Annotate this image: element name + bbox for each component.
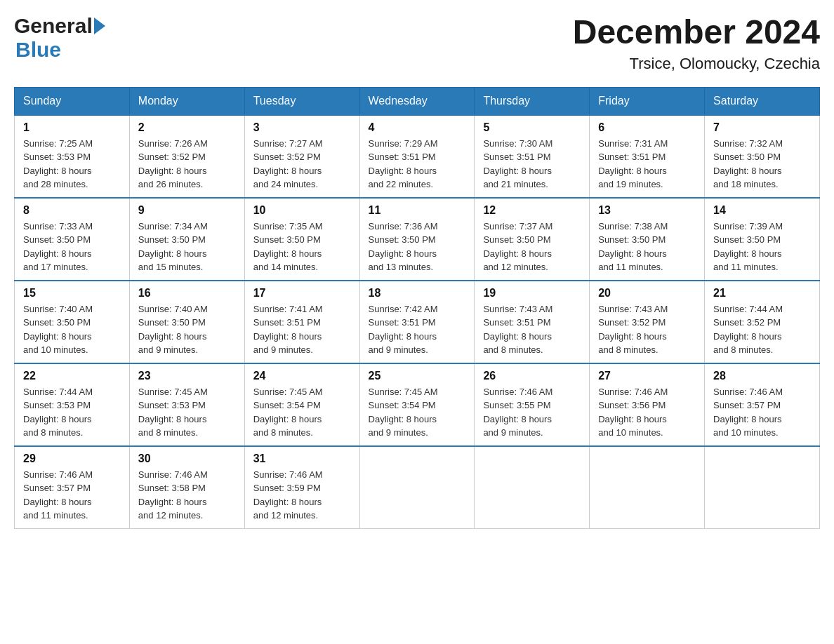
day-number: 30 (138, 452, 236, 465)
table-row: 1 Sunrise: 7:25 AM Sunset: 3:53 PM Dayli… (15, 115, 130, 198)
table-row: 18 Sunrise: 7:42 AM Sunset: 3:51 PM Dayl… (359, 281, 475, 363)
day-info: Sunrise: 7:46 AM Sunset: 3:57 PM Dayligh… (23, 468, 121, 523)
day-info: Sunrise: 7:32 AM Sunset: 3:50 PM Dayligh… (713, 137, 811, 192)
day-info: Sunrise: 7:46 AM Sunset: 3:55 PM Dayligh… (483, 385, 581, 440)
month-title: December 2024 (573, 14, 820, 51)
table-row (705, 446, 820, 529)
day-info: Sunrise: 7:44 AM Sunset: 3:52 PM Dayligh… (713, 302, 811, 357)
table-row: 9 Sunrise: 7:34 AM Sunset: 3:50 PM Dayli… (129, 198, 244, 281)
logo-general-text: General (14, 14, 93, 38)
day-info: Sunrise: 7:31 AM Sunset: 3:51 PM Dayligh… (598, 137, 696, 192)
table-row: 10 Sunrise: 7:35 AM Sunset: 3:50 PM Dayl… (244, 198, 359, 281)
table-row: 20 Sunrise: 7:43 AM Sunset: 3:52 PM Dayl… (590, 281, 705, 363)
day-number: 25 (369, 370, 466, 382)
table-row: 24 Sunrise: 7:45 AM Sunset: 3:54 PM Dayl… (244, 363, 359, 446)
table-row: 7 Sunrise: 7:32 AM Sunset: 3:50 PM Dayli… (705, 115, 820, 198)
day-number: 13 (598, 204, 696, 217)
header-saturday: Saturday (705, 87, 820, 115)
day-info: Sunrise: 7:42 AM Sunset: 3:51 PM Dayligh… (369, 302, 466, 357)
day-number: 4 (369, 121, 466, 134)
calendar-week-row: 29 Sunrise: 7:46 AM Sunset: 3:57 PM Dayl… (15, 446, 820, 529)
header-tuesday: Tuesday (244, 87, 359, 115)
day-info: Sunrise: 7:36 AM Sunset: 3:50 PM Dayligh… (369, 220, 466, 274)
table-row: 5 Sunrise: 7:30 AM Sunset: 3:51 PM Dayli… (475, 115, 590, 198)
day-info: Sunrise: 7:34 AM Sunset: 3:50 PM Dayligh… (138, 220, 236, 274)
logo-blue-text: Blue (15, 38, 61, 61)
day-number: 8 (23, 204, 121, 217)
day-info: Sunrise: 7:46 AM Sunset: 3:58 PM Dayligh… (138, 468, 236, 523)
header-monday: Monday (129, 87, 244, 115)
table-row: 28 Sunrise: 7:46 AM Sunset: 3:57 PM Dayl… (705, 363, 820, 446)
location-title: Trsice, Olomoucky, Czechia (573, 55, 820, 73)
day-number: 6 (598, 121, 696, 134)
day-number: 5 (483, 121, 581, 134)
day-info: Sunrise: 7:38 AM Sunset: 3:50 PM Dayligh… (598, 220, 696, 274)
table-row: 25 Sunrise: 7:45 AM Sunset: 3:54 PM Dayl… (359, 363, 475, 446)
calendar-header-row: Sunday Monday Tuesday Wednesday Thursday… (15, 87, 820, 115)
title-section: December 2024 Trsice, Olomoucky, Czechia (573, 14, 820, 73)
page-header: General Blue December 2024 Trsice, Olomo… (14, 14, 820, 73)
table-row: 21 Sunrise: 7:44 AM Sunset: 3:52 PM Dayl… (705, 281, 820, 363)
table-row: 31 Sunrise: 7:46 AM Sunset: 3:59 PM Dayl… (244, 446, 359, 529)
day-number: 17 (253, 287, 351, 300)
day-number: 19 (483, 287, 581, 300)
calendar-week-row: 8 Sunrise: 7:33 AM Sunset: 3:50 PM Dayli… (15, 198, 820, 281)
table-row: 13 Sunrise: 7:38 AM Sunset: 3:50 PM Dayl… (590, 198, 705, 281)
logo: General Blue (14, 14, 105, 62)
day-number: 29 (23, 452, 121, 465)
table-row (590, 446, 705, 529)
calendar-week-row: 15 Sunrise: 7:40 AM Sunset: 3:50 PM Dayl… (15, 281, 820, 363)
day-number: 28 (713, 370, 811, 382)
day-info: Sunrise: 7:25 AM Sunset: 3:53 PM Dayligh… (23, 137, 121, 192)
day-number: 15 (23, 287, 121, 300)
day-info: Sunrise: 7:35 AM Sunset: 3:50 PM Dayligh… (253, 220, 351, 274)
day-number: 7 (713, 121, 811, 134)
table-row: 30 Sunrise: 7:46 AM Sunset: 3:58 PM Dayl… (129, 446, 244, 529)
day-info: Sunrise: 7:45 AM Sunset: 3:53 PM Dayligh… (138, 385, 236, 440)
day-info: Sunrise: 7:29 AM Sunset: 3:51 PM Dayligh… (369, 137, 466, 192)
day-info: Sunrise: 7:44 AM Sunset: 3:53 PM Dayligh… (23, 385, 121, 440)
header-sunday: Sunday (15, 87, 130, 115)
table-row: 6 Sunrise: 7:31 AM Sunset: 3:51 PM Dayli… (590, 115, 705, 198)
day-number: 23 (138, 370, 236, 382)
day-info: Sunrise: 7:33 AM Sunset: 3:50 PM Dayligh… (23, 220, 121, 274)
day-number: 1 (23, 121, 121, 134)
table-row: 11 Sunrise: 7:36 AM Sunset: 3:50 PM Dayl… (359, 198, 475, 281)
day-info: Sunrise: 7:43 AM Sunset: 3:51 PM Dayligh… (483, 302, 581, 357)
table-row: 23 Sunrise: 7:45 AM Sunset: 3:53 PM Dayl… (129, 363, 244, 446)
calendar-week-row: 22 Sunrise: 7:44 AM Sunset: 3:53 PM Dayl… (15, 363, 820, 446)
day-number: 3 (253, 121, 351, 134)
day-number: 26 (483, 370, 581, 382)
calendar-week-row: 1 Sunrise: 7:25 AM Sunset: 3:53 PM Dayli… (15, 115, 820, 198)
day-info: Sunrise: 7:41 AM Sunset: 3:51 PM Dayligh… (253, 302, 351, 357)
table-row: 8 Sunrise: 7:33 AM Sunset: 3:50 PM Dayli… (15, 198, 130, 281)
day-number: 24 (253, 370, 351, 382)
day-number: 27 (598, 370, 696, 382)
day-number: 31 (253, 452, 351, 465)
table-row: 15 Sunrise: 7:40 AM Sunset: 3:50 PM Dayl… (15, 281, 130, 363)
day-info: Sunrise: 7:45 AM Sunset: 3:54 PM Dayligh… (369, 385, 466, 440)
day-info: Sunrise: 7:40 AM Sunset: 3:50 PM Dayligh… (23, 302, 121, 357)
table-row: 16 Sunrise: 7:40 AM Sunset: 3:50 PM Dayl… (129, 281, 244, 363)
day-number: 10 (253, 204, 351, 217)
day-info: Sunrise: 7:46 AM Sunset: 3:56 PM Dayligh… (598, 385, 696, 440)
day-number: 18 (369, 287, 466, 300)
table-row: 2 Sunrise: 7:26 AM Sunset: 3:52 PM Dayli… (129, 115, 244, 198)
day-info: Sunrise: 7:37 AM Sunset: 3:50 PM Dayligh… (483, 220, 581, 274)
day-number: 20 (598, 287, 696, 300)
day-number: 2 (138, 121, 236, 134)
day-info: Sunrise: 7:30 AM Sunset: 3:51 PM Dayligh… (483, 137, 581, 192)
day-info: Sunrise: 7:40 AM Sunset: 3:50 PM Dayligh… (138, 302, 236, 357)
day-number: 16 (138, 287, 236, 300)
header-thursday: Thursday (475, 87, 590, 115)
logo-chevron-icon (94, 18, 105, 34)
day-number: 22 (23, 370, 121, 382)
table-row (359, 446, 475, 529)
day-info: Sunrise: 7:46 AM Sunset: 3:59 PM Dayligh… (253, 468, 351, 523)
day-info: Sunrise: 7:46 AM Sunset: 3:57 PM Dayligh… (713, 385, 811, 440)
calendar-table: Sunday Monday Tuesday Wednesday Thursday… (14, 87, 820, 529)
table-row: 26 Sunrise: 7:46 AM Sunset: 3:55 PM Dayl… (475, 363, 590, 446)
day-number: 21 (713, 287, 811, 300)
table-row: 3 Sunrise: 7:27 AM Sunset: 3:52 PM Dayli… (244, 115, 359, 198)
table-row: 19 Sunrise: 7:43 AM Sunset: 3:51 PM Dayl… (475, 281, 590, 363)
